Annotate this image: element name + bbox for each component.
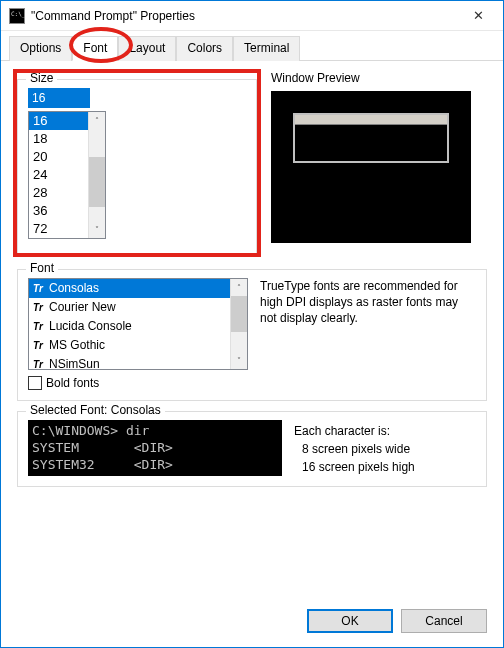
size-scrollbar[interactable]: ˄ ˅ [88,112,105,238]
size-label: Size [26,71,57,85]
size-input[interactable] [28,88,90,108]
tab-options[interactable]: Options [9,36,72,61]
scroll-thumb[interactable] [231,296,247,332]
font-option[interactable]: TrConsolas [29,279,230,298]
size-option[interactable]: 24 [29,166,88,184]
ok-button[interactable]: OK [307,609,393,633]
titlebar: "Command Prompt" Properties ✕ [1,1,503,31]
cancel-button[interactable]: Cancel [401,609,487,633]
size-option[interactable]: 28 [29,184,88,202]
size-listbox[interactable]: 16 18 20 24 28 36 72 ˄ ˅ [28,111,106,239]
truetype-icon: Tr [33,337,47,354]
font-option[interactable]: TrMS Gothic [29,336,230,355]
font-option[interactable]: TrNSimSun [29,355,230,369]
scroll-down-icon[interactable]: ˅ [231,352,247,369]
scroll-down-icon[interactable]: ˅ [89,221,105,238]
scroll-up-icon[interactable]: ˄ [89,112,105,129]
selected-font-label: Selected Font: Consolas [26,403,165,417]
scroll-thumb[interactable] [89,157,105,207]
console-preview: C:\WINDOWS> dir SYSTEM <DIR> SYSTEM32 <D… [28,420,282,476]
truetype-icon: Tr [33,318,47,335]
size-option[interactable]: 72 [29,220,88,238]
bold-checkbox[interactable] [28,376,42,390]
size-option[interactable]: 20 [29,148,88,166]
truetype-icon: Tr [33,299,47,316]
size-option[interactable]: 36 [29,202,88,220]
dialog-buttons: OK Cancel [1,599,503,647]
char-info: Each character is: 8 screen pixels wide … [294,420,415,476]
bold-label: Bold fonts [46,376,99,390]
cmd-icon [9,8,25,24]
font-info-text: TrueType fonts are recommended for high … [260,278,476,370]
font-scrollbar[interactable]: ˄ ˅ [230,279,247,369]
font-listbox[interactable]: TrConsolas TrCourier New TrLucida Consol… [28,278,248,370]
truetype-icon: Tr [33,280,47,297]
preview-window-icon [293,113,449,163]
tab-row: Options Font Layout Colors Terminal [1,31,503,61]
tab-layout[interactable]: Layout [118,36,176,61]
properties-window: "Command Prompt" Properties ✕ Options Fo… [0,0,504,648]
close-button[interactable]: ✕ [456,2,501,30]
preview-label: Window Preview [271,71,487,85]
truetype-icon: Tr [33,356,47,369]
tab-content: Size 16 18 20 24 28 36 72 [1,61,503,599]
tab-font[interactable]: Font [72,36,118,61]
window-title: "Command Prompt" Properties [31,9,456,23]
scroll-up-icon[interactable]: ˄ [231,279,247,296]
size-option[interactable]: 18 [29,130,88,148]
size-option[interactable]: 16 [29,112,88,130]
font-option[interactable]: TrLucida Console [29,317,230,336]
window-preview [271,91,471,243]
font-option[interactable]: TrCourier New [29,298,230,317]
tab-colors[interactable]: Colors [176,36,233,61]
font-group-label: Font [26,261,58,275]
tab-terminal[interactable]: Terminal [233,36,300,61]
